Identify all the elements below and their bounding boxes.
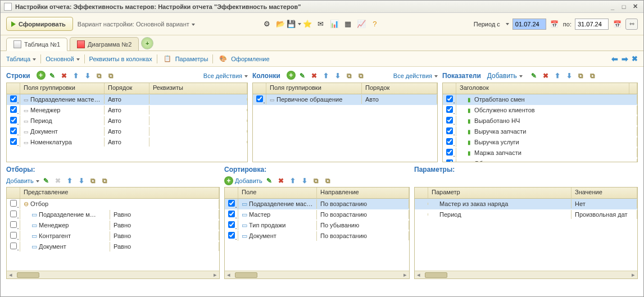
delete-icon[interactable]: ✖: [309, 71, 319, 81]
calendar-from-icon[interactable]: 📅: [550, 19, 560, 29]
swap-dates-button[interactable]: ⇿: [625, 19, 638, 30]
tab-chart-2[interactable]: Диаграмма №2: [70, 37, 139, 51]
copy-icon[interactable]: ⧉: [94, 71, 105, 81]
style-link[interactable]: Оформление: [231, 56, 269, 62]
table-row[interactable]: ▭ МенеджерАвто: [7, 105, 247, 116]
row-checkbox[interactable]: [10, 232, 17, 239]
row-checkbox[interactable]: [446, 159, 453, 162]
up-icon[interactable]: ⬆: [552, 71, 563, 81]
add-icon[interactable]: +: [224, 176, 233, 185]
copy-icon[interactable]: ⧉: [344, 71, 355, 81]
row-checkbox[interactable]: [256, 95, 263, 102]
table-row[interactable]: ▭ Тип продажиПо убыванию: [225, 220, 409, 231]
delete-icon[interactable]: ✖: [541, 71, 551, 81]
up-icon[interactable]: ⬆: [321, 71, 331, 81]
edit-icon[interactable]: ✎: [47, 71, 57, 81]
table-row[interactable]: ▭ ДокументАвто: [7, 126, 247, 137]
table-row[interactable]: ПериодПроизвольная дат: [415, 209, 637, 220]
copy-icon[interactable]: ⧉: [88, 176, 98, 186]
close-panel-icon[interactable]: ✖: [632, 54, 638, 63]
col-header[interactable]: Реквизиты: [149, 83, 247, 94]
date-to-input[interactable]: [575, 19, 609, 30]
variant-label[interactable]: Вариант настройки: Основной вариант: [78, 21, 195, 28]
load-icon[interactable]: 📂: [275, 19, 286, 30]
table-row[interactable]: ▮ Общая выручка: [443, 158, 637, 162]
table-row[interactable]: ▮ Выручка запчасти: [443, 126, 637, 137]
table-icon[interactable]: ▦: [342, 19, 353, 30]
table-row[interactable]: ▮ Выручка услуги: [443, 137, 637, 148]
all-actions-link[interactable]: Все действия: [393, 72, 438, 79]
add-dropdown[interactable]: Добавить: [6, 177, 39, 184]
col-header[interactable]: Параметр: [428, 188, 572, 198]
table-row[interactable]: ▭ КонтрагентРавно: [7, 231, 219, 241]
copy-icon[interactable]: ⧉: [311, 176, 321, 186]
table-row[interactable]: ▭ НоменклатураАвто: [7, 137, 247, 148]
row-checkbox[interactable]: [228, 221, 235, 228]
maximize-button[interactable]: □: [619, 2, 629, 11]
row-checkbox[interactable]: [446, 127, 453, 134]
table-row[interactable]: ▭ Подразделение мастераАвто: [7, 94, 247, 105]
add-icon[interactable]: +: [37, 71, 46, 80]
row-checkbox[interactable]: [10, 127, 17, 134]
table-row[interactable]: ▮ Отработано смен: [443, 94, 637, 105]
nav-next-icon[interactable]: ➡: [622, 54, 628, 63]
table-row[interactable]: ▭ Подразделение м…Равно: [7, 209, 219, 220]
h-scrollbar[interactable]: ◂▸: [415, 271, 637, 278]
params-link[interactable]: Параметры: [175, 56, 208, 62]
copy2-icon[interactable]: ⧉: [323, 176, 333, 186]
col-header[interactable]: Значение: [572, 188, 637, 198]
row-checkbox[interactable]: [228, 232, 235, 239]
settings-icon[interactable]: ⚙: [261, 19, 273, 30]
copy2-icon[interactable]: ⧉: [356, 71, 366, 81]
table-row[interactable]: ▭ ДокументПо возрастанию: [225, 231, 409, 241]
chart-icon[interactable]: 📊: [329, 19, 340, 30]
col-header[interactable]: Поля группировки: [20, 83, 105, 94]
row-checkbox[interactable]: [10, 138, 17, 145]
add-link[interactable]: Добавить: [235, 177, 262, 184]
delete-icon[interactable]: ✖: [276, 176, 286, 186]
col-header[interactable]: Порядок: [362, 83, 437, 94]
table-row[interactable]: ▮ Маржа запчасти: [443, 148, 637, 158]
edit-icon[interactable]: ✎: [297, 71, 307, 81]
h-scrollbar[interactable]: ◂▸: [225, 271, 409, 278]
down-icon[interactable]: ⬇: [300, 176, 310, 186]
table-row[interactable]: ▮ Выработано НЧ: [443, 116, 637, 126]
col-header[interactable]: Порядок: [105, 83, 149, 94]
table-row[interactable]: ▮ Обслужено клиентов: [443, 105, 637, 116]
row-checkbox[interactable]: [228, 200, 235, 207]
save-icon[interactable]: 💾: [288, 19, 300, 30]
row-checkbox[interactable]: [10, 200, 17, 207]
table-row[interactable]: Мастер из заказ нарядаНет: [415, 199, 637, 209]
form-button[interactable]: Сформировать: [6, 17, 73, 31]
col-header[interactable]: Направление: [317, 188, 409, 198]
minimize-button[interactable]: _: [607, 2, 618, 11]
table-link[interactable]: Таблица: [6, 56, 36, 62]
col-header[interactable]: Поля группировки: [266, 83, 362, 94]
all-actions-link[interactable]: Все действия: [203, 72, 248, 79]
down-icon[interactable]: ⬇: [83, 71, 93, 81]
table-row[interactable]: ▭ МастерПо возрастанию: [225, 209, 409, 220]
copy-icon[interactable]: ⧉: [576, 71, 586, 81]
up-icon[interactable]: ⬆: [288, 176, 298, 186]
col-header[interactable]: Заголовок: [456, 83, 629, 94]
row-checkbox[interactable]: [10, 211, 17, 217]
table-row[interactable]: ⊖ Отбор: [7, 199, 219, 209]
row-checkbox[interactable]: [10, 95, 17, 102]
table-row[interactable]: ▭ ДокументРавно: [7, 241, 219, 252]
tab-table-1[interactable]: Таблица №1: [6, 38, 67, 51]
edit-icon[interactable]: ✎: [264, 176, 274, 186]
favorite-icon[interactable]: ⭐: [302, 19, 313, 30]
columns-req-link[interactable]: Реквизиты в колонках: [89, 56, 152, 62]
add-dropdown[interactable]: Добавить: [487, 72, 523, 80]
delete-icon[interactable]: ✖: [59, 71, 69, 81]
h-scrollbar[interactable]: ◂▸: [7, 271, 219, 278]
copy2-icon[interactable]: ⧉: [100, 176, 110, 186]
help-icon[interactable]: ?: [369, 19, 380, 30]
edit-icon[interactable]: ✎: [41, 176, 51, 186]
row-checkbox[interactable]: [10, 243, 17, 249]
nav-prev-icon[interactable]: ⬅: [611, 54, 618, 63]
down-icon[interactable]: ⬇: [564, 71, 574, 81]
row-checkbox[interactable]: [446, 106, 453, 113]
table-row[interactable]: ▭ Подразделение мас…По возрастанию: [225, 199, 409, 209]
table-row[interactable]: ▭ ПериодАвто: [7, 116, 247, 126]
